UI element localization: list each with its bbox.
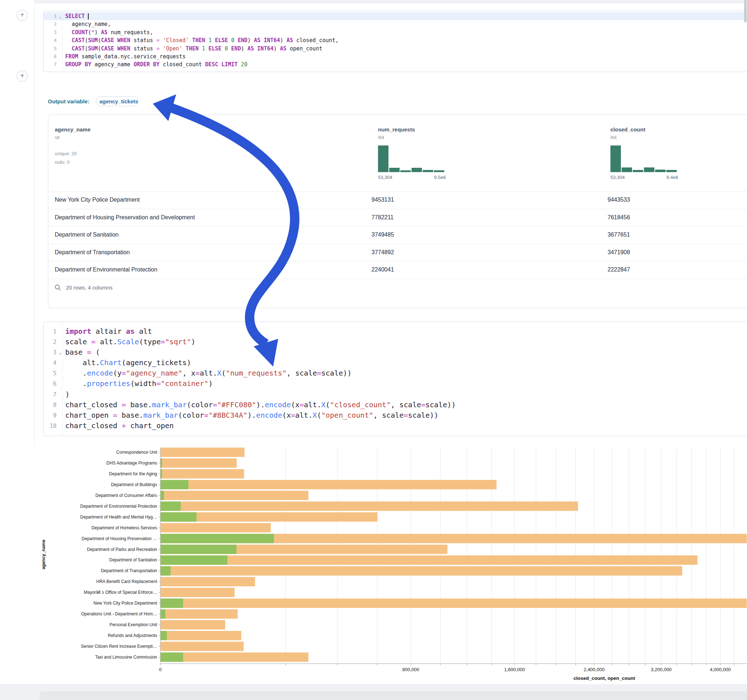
sql-line-2[interactable]: 2 agency_name, xyxy=(44,20,747,28)
next-cell-preview[interactable] xyxy=(39,691,747,700)
line-number: 1 xyxy=(44,326,58,337)
y-axis-label: Department of Health and Mental Hyg… xyxy=(80,514,157,520)
python-line-2[interactable]: 2scale = alt.Scale(type="sqrt") xyxy=(44,337,747,347)
bar-closed_count xyxy=(161,588,235,597)
cell-num_requests: 3774892 xyxy=(372,249,394,256)
bar-closed_count xyxy=(161,480,496,489)
cell-num_requests: 3749485 xyxy=(372,232,394,238)
y-axis-label: HRA Benefit Card Replacement xyxy=(96,579,157,584)
page-top-strip xyxy=(34,0,747,3)
bar-open_count xyxy=(161,566,171,575)
y-axis-label: Department of Homeless Services xyxy=(92,525,157,530)
bar-open_count xyxy=(161,599,183,608)
x-axis-tick-label: 0 xyxy=(159,667,162,672)
histogram-num_requests xyxy=(378,145,446,172)
column-header-agency_name[interactable]: agency_namestrunique: 20nulls: 0 xyxy=(55,127,91,167)
python-line-5[interactable]: 5 .encode(y="agency_name", x=alt.X("num_… xyxy=(44,368,747,379)
bar-open_count xyxy=(161,459,162,468)
sql-line-5[interactable]: 5 CAST(SUM(CASE WHEN status = 'Open' THE… xyxy=(44,45,747,53)
y-axis-label: Department of Buildings xyxy=(111,482,157,487)
python-line-6[interactable]: 6 .properties(width="container") xyxy=(44,379,747,389)
code-text: chart_closed + chart_open xyxy=(58,421,174,431)
python-line-9[interactable]: 9chart_open = base.mark_bar(color="#8BC3… xyxy=(44,410,747,421)
code-text: alt.Chart(agency_tickets) xyxy=(58,358,191,368)
output-variable-pill[interactable]: agency_tickets xyxy=(96,97,138,106)
cell-num_requests: 7782211 xyxy=(372,214,393,221)
sql-line-1[interactable]: 1∨SELECT xyxy=(44,12,747,20)
add-cell-button-top[interactable]: + xyxy=(17,10,28,21)
bar-closed_count xyxy=(161,577,255,586)
table-row[interactable]: Department of Housing Preservation and D… xyxy=(48,209,747,226)
y-axis-label: Personal Exemption Unit xyxy=(110,622,157,627)
sql-line-7[interactable]: 7GROUP BY agency_name ORDER BY closed_co… xyxy=(44,60,747,68)
y-axis-title: agency_name xyxy=(41,540,46,570)
bar-closed_count xyxy=(161,448,245,457)
x-axis-title: closed_count, open_count xyxy=(573,676,635,681)
y-axis-label: DHS Advantage Programs xyxy=(106,460,157,466)
line-number: 8 xyxy=(44,400,58,410)
cell-agency_name: New York City Police Department xyxy=(55,197,140,203)
python-code-cell[interactable]: 1import altair as alt2scale = alt.Scale(… xyxy=(43,321,747,436)
sql-line-6[interactable]: 6FROM sample_data.nyc.service_requests xyxy=(44,53,747,60)
column-header-closed_count[interactable]: closed_counti6453,3049.4e6 xyxy=(611,127,678,180)
table-footer: 20 rows, 4 columns xyxy=(48,279,747,308)
scrollbar-thumb[interactable] xyxy=(744,0,747,22)
bar-closed_count xyxy=(161,469,244,478)
code-text: .encode(y="agency_name", x=alt.X("num_re… xyxy=(58,368,352,379)
altair-bar-chart[interactable]: Correspondence UnitDHS Advantage Program… xyxy=(34,447,747,691)
bar-closed_count xyxy=(161,459,237,468)
code-text: .properties(width="container") xyxy=(58,379,213,389)
y-axis-label: Department for the Aging xyxy=(109,471,157,477)
python-line-3[interactable]: 3∨base = ( xyxy=(44,347,747,358)
sql-line-4[interactable]: 4 CAST(SUM(CASE WHEN status = 'Closed' T… xyxy=(44,36,747,44)
python-line-8[interactable]: 8chart_closed = base.mark_bar(color="#FF… xyxy=(44,400,747,410)
add-cell-button-below-sql[interactable]: + xyxy=(17,71,28,82)
bar-closed_count xyxy=(161,642,243,651)
sql-code-cell[interactable]: 1∨SELECT 2 agency_name,3 COUNT(*) AS num… xyxy=(43,11,747,72)
histogram-closed_count xyxy=(611,145,678,172)
dataframe-preview: agency_namestrunique: 20nulls: 0num_requ… xyxy=(48,115,747,308)
code-text: GROUP BY agency_name ORDER BY closed_cou… xyxy=(58,60,248,68)
table-row[interactable]: New York City Police Department945313194… xyxy=(48,191,747,209)
line-number: 1∨ xyxy=(44,12,58,20)
bar-closed_count xyxy=(161,523,271,533)
output-variable-label: Output variable: xyxy=(48,98,89,104)
table-row[interactable]: Department of Sanitation37494853677651 xyxy=(48,226,747,244)
bar-closed_count xyxy=(161,631,242,640)
line-number: 2 xyxy=(44,337,58,347)
column-stat: unique: 20 xyxy=(55,149,91,158)
table-row[interactable]: Department of Transportation377489234719… xyxy=(48,244,747,261)
search-icon[interactable] xyxy=(54,284,61,291)
bar-open_count xyxy=(161,469,162,478)
python-line-1[interactable]: 1import altair as alt xyxy=(44,326,747,337)
code-text: CAST(SUM(CASE WHEN status = 'Open' THEN … xyxy=(58,45,322,53)
y-axis-label: Department of Housing Preservation … xyxy=(82,536,157,541)
python-line-4[interactable]: 4 alt.Chart(agency_tickets) xyxy=(44,358,747,368)
cell-closed_count: 2222847 xyxy=(608,267,630,273)
line-number: 5 xyxy=(44,45,58,53)
line-number: 3 xyxy=(44,29,58,36)
python-line-7[interactable]: 7) xyxy=(44,389,747,400)
bar-open_count xyxy=(161,545,237,554)
hist-min-label: 53,304 xyxy=(611,175,625,180)
code-text: chart_open = base.mark_bar(color="#8BC34… xyxy=(58,410,439,421)
code-text: FROM sample_data.nyc.service_requests xyxy=(58,53,186,60)
y-axis-label: Taxi and Limousine Commission xyxy=(95,655,157,660)
column-stat: nulls: 0 xyxy=(55,158,91,167)
code-text: agency_name, xyxy=(58,20,110,28)
hist-min-label: 53,304 xyxy=(378,175,392,180)
bar-open_count xyxy=(161,491,164,500)
python-line-10[interactable]: 10chart_closed + chart_open xyxy=(44,421,747,431)
column-header-num_requests[interactable]: num_requestsi6453,3049.5e6 xyxy=(378,127,446,180)
bar-open_count xyxy=(161,512,197,522)
output-variable-row: Output variable: agency_tickets xyxy=(48,96,138,107)
line-number: 9 xyxy=(44,410,58,421)
sql-line-3[interactable]: 3 COUNT(*) AS num_requests, xyxy=(44,29,747,36)
x-axis-tick-label: 2,400,000 xyxy=(584,667,605,672)
cell-closed_count: 9443533 xyxy=(608,197,630,203)
y-axis-label: Mayorâ€ s Office of Special Enforce… xyxy=(84,590,157,595)
bar-open_count xyxy=(161,534,274,543)
x-axis-tick-label: 1,600,000 xyxy=(504,667,525,672)
table-row[interactable]: Department of Environmental Protection22… xyxy=(48,261,747,279)
bar-closed_count xyxy=(161,566,682,575)
